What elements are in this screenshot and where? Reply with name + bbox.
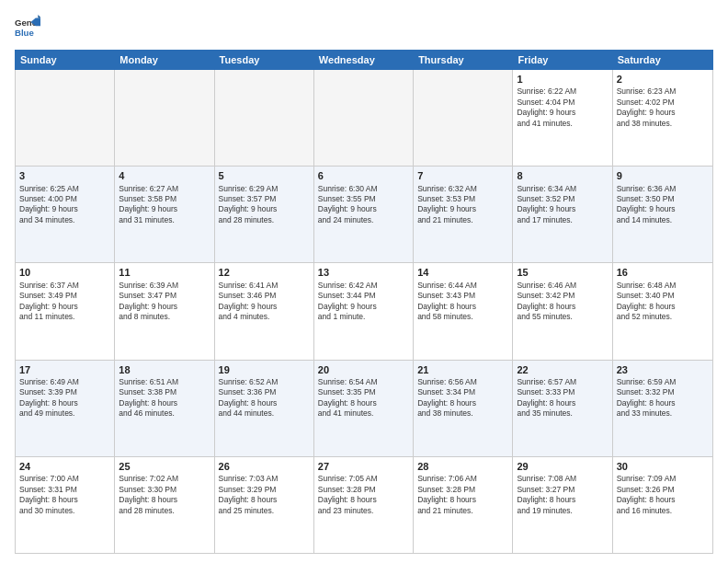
header-cell-friday: Friday bbox=[513, 51, 612, 69]
day-info: Sunrise: 6:34 AM Sunset: 3:52 PM Dayligh… bbox=[517, 184, 608, 226]
day-number: 8 bbox=[517, 169, 608, 182]
day-number: 26 bbox=[219, 460, 310, 473]
day-info: Sunrise: 6:46 AM Sunset: 3:42 PM Dayligh… bbox=[517, 281, 608, 323]
day-info: Sunrise: 7:06 AM Sunset: 3:28 PM Dayligh… bbox=[417, 474, 508, 516]
day-info: Sunrise: 6:39 AM Sunset: 3:47 PM Dayligh… bbox=[119, 281, 210, 323]
day-cell-4: 4Sunrise: 6:27 AM Sunset: 3:58 PM Daylig… bbox=[115, 167, 214, 262]
day-cell-8: 8Sunrise: 6:34 AM Sunset: 3:52 PM Daylig… bbox=[513, 167, 612, 262]
day-cell-11: 11Sunrise: 6:39 AM Sunset: 3:47 PM Dayli… bbox=[115, 263, 214, 359]
day-info: Sunrise: 6:27 AM Sunset: 3:58 PM Dayligh… bbox=[119, 184, 210, 226]
day-info: Sunrise: 6:59 AM Sunset: 3:32 PM Dayligh… bbox=[617, 377, 709, 419]
empty-cell bbox=[16, 70, 115, 166]
calendar-row: 3Sunrise: 6:25 AM Sunset: 4:00 PM Daylig… bbox=[16, 167, 712, 263]
day-cell-10: 10Sunrise: 6:37 AM Sunset: 3:49 PM Dayli… bbox=[16, 263, 115, 359]
day-info: Sunrise: 6:44 AM Sunset: 3:43 PM Dayligh… bbox=[417, 281, 508, 323]
day-cell-26: 26Sunrise: 7:03 AM Sunset: 3:29 PM Dayli… bbox=[215, 457, 314, 553]
day-cell-9: 9Sunrise: 6:36 AM Sunset: 3:50 PM Daylig… bbox=[613, 167, 712, 262]
day-cell-24: 24Sunrise: 7:00 AM Sunset: 3:31 PM Dayli… bbox=[16, 457, 115, 553]
day-cell-5: 5Sunrise: 6:29 AM Sunset: 3:57 PM Daylig… bbox=[215, 167, 314, 262]
day-info: Sunrise: 6:29 AM Sunset: 3:57 PM Dayligh… bbox=[219, 184, 310, 226]
day-number: 2 bbox=[617, 73, 709, 86]
day-info: Sunrise: 6:56 AM Sunset: 3:34 PM Dayligh… bbox=[417, 377, 508, 419]
empty-cell bbox=[314, 70, 414, 166]
calendar-row: 24Sunrise: 7:00 AM Sunset: 3:31 PM Dayli… bbox=[16, 457, 712, 553]
day-info: Sunrise: 6:22 AM Sunset: 4:04 PM Dayligh… bbox=[517, 86, 608, 129]
day-number: 11 bbox=[119, 266, 210, 279]
day-cell-30: 30Sunrise: 7:09 AM Sunset: 3:26 PM Dayli… bbox=[613, 457, 712, 553]
day-number: 27 bbox=[318, 460, 409, 473]
day-info: Sunrise: 6:54 AM Sunset: 3:35 PM Dayligh… bbox=[318, 377, 409, 419]
header-cell-sunday: Sunday bbox=[16, 51, 115, 69]
day-cell-28: 28Sunrise: 7:06 AM Sunset: 3:28 PM Dayli… bbox=[414, 457, 513, 553]
day-cell-20: 20Sunrise: 6:54 AM Sunset: 3:35 PM Dayli… bbox=[314, 361, 414, 456]
day-number: 17 bbox=[19, 363, 110, 376]
day-cell-18: 18Sunrise: 6:51 AM Sunset: 3:38 PM Dayli… bbox=[115, 361, 214, 456]
day-number: 3 bbox=[19, 169, 110, 182]
day-info: Sunrise: 7:00 AM Sunset: 3:31 PM Dayligh… bbox=[19, 474, 110, 516]
day-number: 1 bbox=[517, 73, 608, 86]
day-info: Sunrise: 6:49 AM Sunset: 3:39 PM Dayligh… bbox=[19, 377, 110, 419]
day-number: 12 bbox=[219, 266, 310, 279]
day-number: 5 bbox=[219, 169, 310, 182]
day-info: Sunrise: 7:05 AM Sunset: 3:28 PM Dayligh… bbox=[318, 474, 409, 516]
day-cell-12: 12Sunrise: 6:41 AM Sunset: 3:46 PM Dayli… bbox=[215, 263, 314, 359]
day-info: Sunrise: 6:57 AM Sunset: 3:33 PM Dayligh… bbox=[517, 377, 608, 419]
calendar-row: 1Sunrise: 6:22 AM Sunset: 4:04 PM Daylig… bbox=[16, 70, 712, 167]
day-cell-23: 23Sunrise: 6:59 AM Sunset: 3:32 PM Dayli… bbox=[613, 361, 712, 456]
day-number: 25 bbox=[119, 460, 210, 473]
page-header: General Blue bbox=[15, 15, 713, 40]
day-cell-6: 6Sunrise: 6:30 AM Sunset: 3:55 PM Daylig… bbox=[314, 167, 414, 262]
day-number: 18 bbox=[119, 363, 210, 376]
day-number: 13 bbox=[318, 266, 409, 279]
day-number: 21 bbox=[417, 363, 508, 376]
day-number: 22 bbox=[517, 363, 608, 376]
day-number: 4 bbox=[119, 169, 210, 182]
day-cell-27: 27Sunrise: 7:05 AM Sunset: 3:28 PM Dayli… bbox=[314, 457, 414, 553]
day-number: 6 bbox=[318, 169, 409, 182]
day-info: Sunrise: 6:32 AM Sunset: 3:53 PM Dayligh… bbox=[417, 184, 508, 226]
logo-icon: General Blue bbox=[15, 15, 40, 40]
calendar-body: 1Sunrise: 6:22 AM Sunset: 4:04 PM Daylig… bbox=[15, 70, 713, 554]
day-info: Sunrise: 6:25 AM Sunset: 4:00 PM Dayligh… bbox=[19, 184, 110, 226]
day-number: 9 bbox=[617, 169, 709, 182]
calendar-row: 10Sunrise: 6:37 AM Sunset: 3:49 PM Dayli… bbox=[16, 263, 712, 360]
day-info: Sunrise: 6:48 AM Sunset: 3:40 PM Dayligh… bbox=[617, 281, 709, 323]
svg-marker-3 bbox=[38, 15, 40, 18]
header-cell-wednesday: Wednesday bbox=[314, 51, 414, 69]
day-cell-3: 3Sunrise: 6:25 AM Sunset: 4:00 PM Daylig… bbox=[16, 167, 115, 262]
day-info: Sunrise: 6:51 AM Sunset: 3:38 PM Dayligh… bbox=[119, 377, 210, 419]
day-info: Sunrise: 6:36 AM Sunset: 3:50 PM Dayligh… bbox=[617, 184, 709, 226]
day-cell-13: 13Sunrise: 6:42 AM Sunset: 3:44 PM Dayli… bbox=[314, 263, 414, 359]
day-number: 16 bbox=[617, 266, 709, 279]
day-number: 30 bbox=[617, 460, 709, 473]
day-info: Sunrise: 6:37 AM Sunset: 3:49 PM Dayligh… bbox=[19, 281, 110, 323]
day-cell-19: 19Sunrise: 6:52 AM Sunset: 3:36 PM Dayli… bbox=[215, 361, 314, 456]
day-number: 20 bbox=[318, 363, 409, 376]
day-info: Sunrise: 7:09 AM Sunset: 3:26 PM Dayligh… bbox=[617, 474, 709, 516]
empty-cell bbox=[115, 70, 214, 166]
day-cell-15: 15Sunrise: 6:46 AM Sunset: 3:42 PM Dayli… bbox=[513, 263, 612, 359]
day-info: Sunrise: 6:30 AM Sunset: 3:55 PM Dayligh… bbox=[318, 184, 409, 226]
day-number: 28 bbox=[417, 460, 508, 473]
day-cell-21: 21Sunrise: 6:56 AM Sunset: 3:34 PM Dayli… bbox=[414, 361, 513, 456]
header-cell-monday: Monday bbox=[115, 51, 214, 69]
svg-text:Blue: Blue bbox=[15, 28, 34, 38]
day-number: 24 bbox=[19, 460, 110, 473]
day-info: Sunrise: 7:08 AM Sunset: 3:27 PM Dayligh… bbox=[517, 474, 608, 516]
day-number: 15 bbox=[517, 266, 608, 279]
day-cell-16: 16Sunrise: 6:48 AM Sunset: 3:40 PM Dayli… bbox=[613, 263, 712, 359]
day-number: 29 bbox=[517, 460, 608, 473]
empty-cell bbox=[215, 70, 314, 166]
header-cell-thursday: Thursday bbox=[414, 51, 513, 69]
empty-cell bbox=[414, 70, 513, 166]
calendar-header: SundayMondayTuesdayWednesdayThursdayFrid… bbox=[15, 50, 713, 70]
day-cell-22: 22Sunrise: 6:57 AM Sunset: 3:33 PM Dayli… bbox=[513, 361, 612, 456]
logo: General Blue bbox=[15, 15, 46, 40]
day-cell-7: 7Sunrise: 6:32 AM Sunset: 3:53 PM Daylig… bbox=[414, 167, 513, 262]
day-number: 19 bbox=[219, 363, 310, 376]
day-info: Sunrise: 7:02 AM Sunset: 3:30 PM Dayligh… bbox=[119, 474, 210, 516]
day-cell-1: 1Sunrise: 6:22 AM Sunset: 4:04 PM Daylig… bbox=[513, 70, 612, 166]
day-info: Sunrise: 6:42 AM Sunset: 3:44 PM Dayligh… bbox=[318, 281, 409, 323]
day-cell-14: 14Sunrise: 6:44 AM Sunset: 3:43 PM Dayli… bbox=[414, 263, 513, 359]
day-info: Sunrise: 7:03 AM Sunset: 3:29 PM Dayligh… bbox=[219, 474, 310, 516]
